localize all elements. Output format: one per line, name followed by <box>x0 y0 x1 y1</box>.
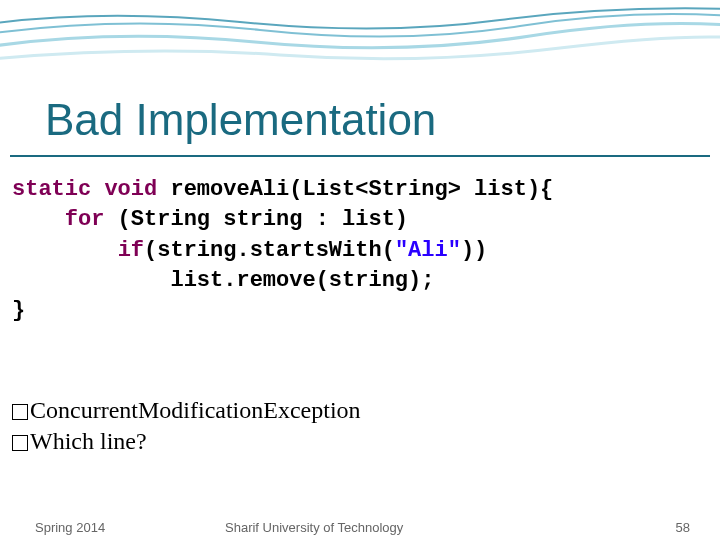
slide-title: Bad Implementation <box>45 95 436 145</box>
wave-decoration <box>0 0 720 90</box>
body-line-2: Which line? <box>12 426 147 457</box>
code-text: } <box>12 298 25 323</box>
code-string: "Ali" <box>395 238 461 263</box>
code-text: )) <box>461 238 487 263</box>
body-text: Which line? <box>30 428 147 454</box>
footer-date: Spring 2014 <box>35 520 105 535</box>
code-keyword: for <box>65 207 105 232</box>
body-line-1: ConcurrentModificationException <box>12 395 361 426</box>
code-keyword: if <box>118 238 144 263</box>
code-text: removeAli(List<String> list){ <box>157 177 553 202</box>
title-underline <box>10 155 710 157</box>
code-text: (String string : list) <box>104 207 408 232</box>
bullet-box-icon <box>12 435 28 451</box>
code-text: list.remove(string); <box>170 268 434 293</box>
code-keyword: static void <box>12 177 157 202</box>
footer-page-number: 58 <box>676 520 690 535</box>
body-text: ConcurrentModificationException <box>30 397 361 423</box>
footer-org: Sharif University of Technology <box>225 520 403 535</box>
code-block: static void removeAli(List<String> list)… <box>12 175 553 327</box>
bullet-box-icon <box>12 404 28 420</box>
code-text: (string.startsWith( <box>144 238 395 263</box>
